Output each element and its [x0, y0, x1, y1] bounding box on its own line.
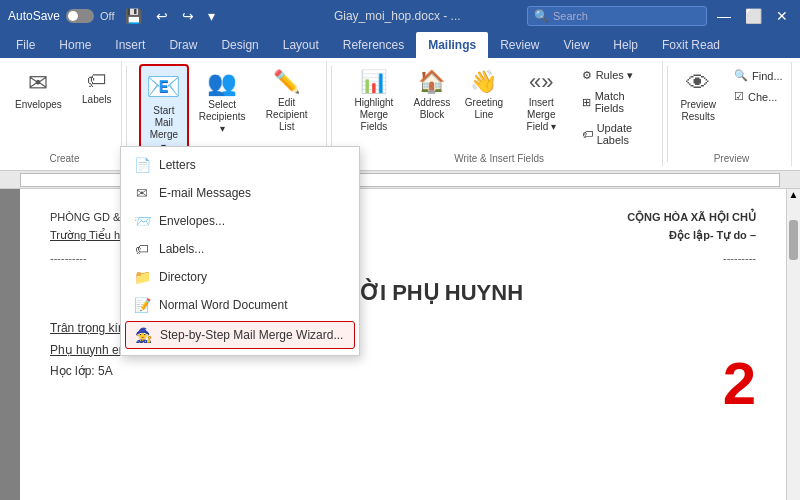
address-block-label: AddressBlock: [414, 97, 451, 121]
tab-foxit[interactable]: Foxit Read: [650, 32, 732, 58]
dropdown-item-wizard[interactable]: 🧙 Step-by-Step Mail Merge Wizard...: [125, 321, 355, 349]
header-right-line2: Độc lập- Tự do –: [627, 227, 756, 245]
close-icon[interactable]: ✕: [772, 6, 792, 26]
labels-label: Labels: [82, 94, 111, 106]
rules-label: Rules ▾: [596, 69, 633, 82]
envelopes-button[interactable]: ✉ Envelopes: [8, 64, 69, 116]
edit-recipient-label: EditRecipient List: [262, 97, 311, 133]
greeting-line-label: GreetingLine: [465, 97, 503, 121]
dropdown-item-envelopes[interactable]: 📨 Envelopes...: [121, 207, 359, 235]
title-bar: AutoSave Off 💾 ↩ ↪ ▾ Giay_moi_hop.docx -…: [0, 0, 800, 32]
labels-button[interactable]: 🏷 Labels: [73, 64, 121, 111]
update-labels-label: Update Labels: [597, 122, 648, 146]
toggle-state-label: Off: [100, 10, 114, 22]
envelope-icon: ✉: [28, 69, 48, 97]
title-bar-left: AutoSave Off 💾 ↩ ↪ ▾: [8, 6, 268, 26]
start-mail-merge-dropdown: 📄 Letters ✉ E-mail Messages 📨 Envelopes.…: [120, 146, 360, 356]
ribbon-tabs: File Home Insert Draw Design Layout Refe…: [0, 32, 800, 58]
wizard-label: Step-by-Step Mail Merge Wizard...: [160, 328, 343, 342]
dropdown-item-letters[interactable]: 📄 Letters: [121, 151, 359, 179]
dropdown-item-email[interactable]: ✉ E-mail Messages: [121, 179, 359, 207]
ribbon: ✉ Envelopes 🏷 Labels Create 📧 Start Mail…: [0, 58, 800, 171]
directory-icon: 📁: [133, 269, 151, 285]
customize-qat-icon[interactable]: ▾: [204, 6, 219, 26]
search-input[interactable]: [553, 10, 700, 22]
select-recipients-icon: 👥: [207, 69, 237, 97]
dropdown-item-labels[interactable]: 🏷 Labels...: [121, 235, 359, 263]
tab-home[interactable]: Home: [47, 32, 103, 58]
address-block-button[interactable]: 🏠 AddressBlock: [408, 64, 456, 126]
ribbon-group-fields: 📊 HighlightMerge Fields 🏠 AddressBlock 👋…: [336, 62, 663, 166]
greeting-line-icon: 👋: [470, 69, 497, 95]
tab-file[interactable]: File: [4, 32, 47, 58]
preview-results-button[interactable]: 👁 PreviewResults: [673, 64, 723, 128]
find-icon: 🔍: [734, 69, 748, 82]
title-bar-right: 🔍 — ⬜ ✕: [527, 6, 792, 26]
tab-draw[interactable]: Draw: [157, 32, 209, 58]
preview-icon: 👁: [686, 69, 710, 97]
start-mail-merge-button[interactable]: 📧 Start MailMerge ▾: [139, 64, 189, 159]
fields-buttons: 📊 HighlightMerge Fields 🏠 AddressBlock 👋…: [344, 64, 654, 149]
tab-mailings[interactable]: Mailings: [416, 32, 488, 58]
tab-view[interactable]: View: [552, 32, 602, 58]
address-block-icon: 🏠: [418, 69, 445, 95]
header-right: CỘNG HÒA XÃ HỘI CHỦ Độc lập- Tự do –: [627, 209, 756, 244]
dropdown-item-normal-doc[interactable]: 📝 Normal Word Document: [121, 291, 359, 319]
rules-icon: ⚙: [582, 69, 592, 82]
undo-icon[interactable]: ↩: [152, 6, 172, 26]
preview-group-label: Preview: [714, 149, 750, 164]
insert-merge-field-button[interactable]: «» Insert MergeField ▾: [512, 64, 571, 138]
find-recipient-button[interactable]: 🔍 Find...: [727, 66, 790, 85]
autosave-toggle[interactable]: [66, 9, 94, 23]
tab-review[interactable]: Review: [488, 32, 551, 58]
tab-layout[interactable]: Layout: [271, 32, 331, 58]
separator-left: ----------: [50, 252, 87, 264]
scroll-up-icon[interactable]: ▲: [787, 189, 800, 200]
edit-recipient-list-button[interactable]: ✏️ EditRecipient List: [255, 64, 318, 138]
start-mail-merge-icon: 📧: [146, 70, 181, 103]
select-recipients-button[interactable]: 👥 SelectRecipients ▾: [193, 64, 251, 140]
search-icon: 🔍: [534, 9, 549, 23]
create-group-label: Create: [49, 149, 79, 164]
search-box[interactable]: 🔍: [527, 6, 707, 26]
envelopes-dd-icon: 📨: [133, 213, 151, 229]
check-errors-button[interactable]: ☑ Che...: [727, 87, 790, 106]
match-fields-button[interactable]: ⊞ Match Fields: [575, 87, 655, 117]
autosave-label: AutoSave: [8, 9, 60, 23]
scrollbar-thumb[interactable]: [789, 220, 798, 260]
greeting-line-button[interactable]: 👋 GreetingLine: [460, 64, 508, 126]
body-line3: Học lớp: 5A: [50, 361, 756, 383]
labels-icon: 🏷: [87, 69, 107, 92]
left-margin: [0, 189, 20, 500]
minimize-icon[interactable]: —: [713, 6, 735, 26]
tab-references[interactable]: References: [331, 32, 416, 58]
check-label: Che...: [748, 91, 777, 103]
toggle-knob: [68, 11, 78, 21]
vertical-scrollbar[interactable]: ▲ ▼: [786, 189, 800, 500]
highlight-merge-fields-button[interactable]: 📊 HighlightMerge Fields: [344, 64, 404, 138]
rules-button[interactable]: ⚙ Rules ▾: [575, 66, 655, 85]
tab-design[interactable]: Design: [209, 32, 270, 58]
redo-icon[interactable]: ↪: [178, 6, 198, 26]
dropdown-item-directory[interactable]: 📁 Directory: [121, 263, 359, 291]
save-icon[interactable]: 💾: [121, 6, 146, 26]
wizard-icon: 🧙: [134, 327, 152, 343]
create-buttons: ✉ Envelopes 🏷 Labels: [8, 64, 121, 149]
highlight-label: HighlightMerge Fields: [351, 97, 397, 133]
restore-icon[interactable]: ⬜: [741, 6, 766, 26]
find-label: Find...: [752, 70, 783, 82]
email-label: E-mail Messages: [159, 186, 251, 200]
select-recipients-label: SelectRecipients ▾: [199, 99, 246, 135]
separator-right: ---------: [723, 252, 756, 264]
preview-label: PreviewResults: [680, 99, 716, 123]
tab-insert[interactable]: Insert: [103, 32, 157, 58]
letters-label: Letters: [159, 158, 196, 172]
tab-help[interactable]: Help: [601, 32, 650, 58]
update-labels-button[interactable]: 🏷 Update Labels: [575, 119, 655, 149]
envelopes-label: Envelopes: [15, 99, 62, 111]
email-icon: ✉: [133, 185, 151, 201]
labels-dd-label: Labels...: [159, 242, 204, 256]
ribbon-group-create: ✉ Envelopes 🏷 Labels Create: [8, 62, 122, 166]
ribbon-group-preview: 👁 PreviewResults 🔍 Find... ☑ Che... Prev…: [672, 62, 792, 166]
labels-dd-icon: 🏷: [133, 241, 151, 257]
